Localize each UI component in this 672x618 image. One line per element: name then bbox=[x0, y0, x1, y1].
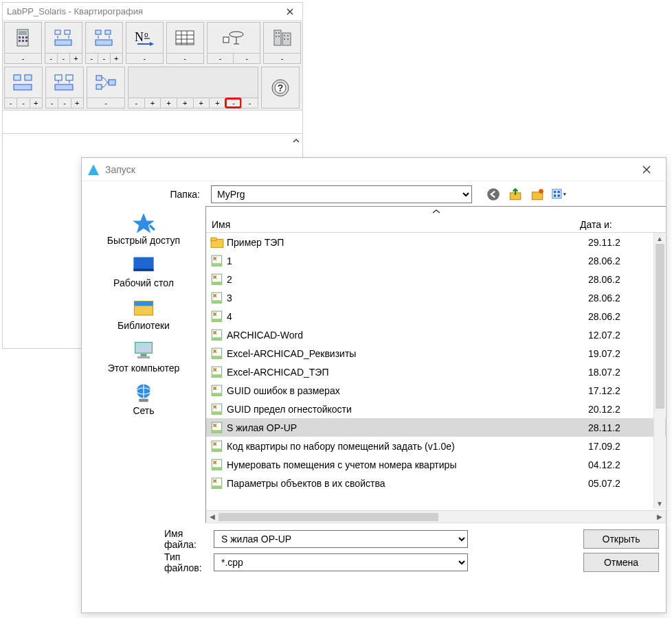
minus-button[interactable]: - bbox=[58, 98, 70, 108]
close-icon[interactable] bbox=[282, 5, 298, 19]
filename-input[interactable]: S жилая OP-UP bbox=[214, 530, 468, 548]
file-row[interactable]: Excel-ARCHICAD_Реквизиты19.07.2 bbox=[206, 344, 666, 363]
minus-button[interactable]: - bbox=[264, 54, 300, 63]
file-icon bbox=[210, 254, 224, 268]
column-date[interactable]: Дата и: bbox=[577, 219, 666, 230]
scroll-thumb[interactable] bbox=[656, 244, 664, 409]
minus-button[interactable]: - bbox=[5, 54, 41, 63]
file-row[interactable]: 228.06.2 bbox=[206, 270, 666, 288]
file-row[interactable]: ARCHICAD-Word12.07.2 bbox=[206, 325, 666, 344]
plus-button[interactable]: + bbox=[209, 98, 225, 108]
vertical-scrollbar[interactable]: ▲ ▼ bbox=[653, 233, 665, 509]
plus-button[interactable]: + bbox=[71, 98, 83, 108]
plus-button[interactable]: + bbox=[110, 54, 122, 63]
minus-button[interactable]: - bbox=[241, 98, 258, 108]
place-computer[interactable]: Этот компьютер bbox=[108, 339, 180, 374]
plus-button[interactable]: + bbox=[177, 98, 193, 108]
place-desktop[interactable]: Рабочий стол bbox=[113, 254, 174, 288]
zones-link-icon[interactable] bbox=[87, 67, 124, 98]
svg-rect-24 bbox=[276, 36, 277, 37]
file-row[interactable]: GUID ошибок в размерах17.12.2 bbox=[206, 381, 666, 400]
minus-button[interactable]: - bbox=[45, 54, 57, 63]
minus-button[interactable]: - bbox=[46, 98, 58, 108]
minus-button[interactable]: - bbox=[5, 98, 16, 108]
file-list[interactable]: Пример ТЭП29.11.2128.06.2228.06.2328.06.… bbox=[206, 233, 666, 510]
file-row[interactable]: Excel-ARCHICAD_ТЭП18.07.2 bbox=[206, 363, 666, 381]
scroll-up-icon[interactable]: ▲ bbox=[654, 233, 665, 244]
dialog-titlebar[interactable]: Запуск bbox=[82, 158, 666, 181]
minus-button[interactable]: - bbox=[233, 54, 260, 63]
building-icon[interactable] bbox=[264, 23, 300, 53]
file-row[interactable]: S жилая OP-UP28.11.2 bbox=[206, 418, 666, 437]
file-open-dialog: Запуск Папка: MyPrg Быстрый доступРабочи… bbox=[81, 157, 667, 613]
labpp-titlebar[interactable]: LabPP_Solaris - Квартирография bbox=[3, 3, 302, 21]
desktop-icon bbox=[131, 254, 156, 276]
help-icon[interactable]: ? bbox=[262, 67, 299, 108]
minus-button[interactable]: - bbox=[16, 98, 29, 108]
place-libraries[interactable]: Библиотеки bbox=[117, 297, 170, 331]
view-menu-icon[interactable] bbox=[552, 187, 567, 202]
svg-rect-28 bbox=[284, 38, 285, 40]
filetype-select[interactable]: *.cpp bbox=[214, 553, 468, 571]
network-icon bbox=[131, 382, 156, 404]
file-row[interactable]: Параметры объектов в их свойства05.07.2 bbox=[206, 474, 666, 492]
svg-rect-10 bbox=[55, 40, 71, 45]
file-row[interactable]: Код квартиры по набору помещений задать … bbox=[206, 437, 666, 455]
back-icon[interactable] bbox=[486, 187, 501, 202]
plus-button[interactable]: + bbox=[144, 98, 161, 108]
place-star[interactable]: Быстрый доступ bbox=[107, 211, 180, 246]
zones-a-icon[interactable] bbox=[5, 67, 42, 98]
minus-button[interactable]: - bbox=[86, 54, 98, 63]
chevron-up-icon[interactable] bbox=[206, 207, 666, 216]
plus-button[interactable]: + bbox=[69, 54, 82, 63]
place-network[interactable]: Сеть bbox=[131, 382, 156, 416]
file-row[interactable]: GUID предел огнестойкости20.12.2 bbox=[206, 400, 666, 418]
svg-rect-88 bbox=[212, 467, 221, 470]
align-grid-icon[interactable] bbox=[45, 23, 82, 53]
file-name: Пример ТЭП bbox=[227, 237, 585, 248]
scroll-up-icon[interactable] bbox=[291, 135, 301, 146]
toolbar-cell: --+ bbox=[45, 22, 82, 64]
svg-marker-52 bbox=[133, 214, 155, 233]
scroll-thumb[interactable] bbox=[219, 513, 438, 521]
close-icon[interactable] bbox=[633, 161, 660, 179]
up-folder-icon[interactable] bbox=[508, 187, 523, 202]
number-icon[interactable]: No bbox=[126, 23, 163, 53]
svg-rect-7 bbox=[25, 40, 27, 42]
file-row[interactable]: Пример ТЭП29.11.2 bbox=[206, 233, 666, 251]
file-row[interactable]: Нумеровать помещения с учетом номера ква… bbox=[206, 455, 666, 474]
minus-button[interactable]: - bbox=[167, 54, 203, 63]
minus-button[interactable]: - bbox=[128, 98, 144, 108]
align-grid2-icon[interactable] bbox=[86, 23, 122, 53]
svg-rect-30 bbox=[14, 75, 21, 80]
minus-button[interactable]: - bbox=[98, 54, 110, 63]
file-row[interactable]: 328.06.2 bbox=[206, 288, 666, 307]
file-name: GUID предел огнестойкости bbox=[227, 404, 585, 415]
zones-b-icon[interactable] bbox=[46, 67, 83, 98]
scroll-left-icon[interactable]: ◄ bbox=[206, 512, 219, 522]
new-folder-icon[interactable] bbox=[530, 187, 545, 202]
calc-icon[interactable] bbox=[5, 23, 41, 53]
svg-rect-4 bbox=[25, 36, 27, 38]
minus-button[interactable]: - bbox=[126, 54, 163, 63]
svg-rect-23 bbox=[278, 32, 280, 34]
scroll-right-icon[interactable]: ► bbox=[653, 512, 666, 522]
plus-button[interactable]: + bbox=[193, 98, 210, 108]
plus-button[interactable]: + bbox=[160, 98, 177, 108]
horizontal-scrollbar[interactable]: ◄ ► bbox=[206, 510, 666, 523]
folder-select[interactable]: MyPrg bbox=[211, 185, 472, 203]
minus-button[interactable]: - bbox=[57, 54, 69, 63]
file-list-header[interactable]: Имя Дата и: bbox=[206, 216, 666, 233]
minus-button[interactable]: - bbox=[208, 54, 234, 63]
file-row[interactable]: 128.06.2 bbox=[206, 251, 666, 270]
open-button[interactable]: Открыть bbox=[583, 529, 659, 549]
table-icon[interactable] bbox=[167, 23, 203, 53]
minus-button[interactable]: - bbox=[87, 98, 124, 108]
scroll-down-icon[interactable]: ▼ bbox=[654, 498, 665, 509]
plus-button[interactable]: + bbox=[30, 98, 42, 108]
column-name[interactable]: Имя bbox=[206, 219, 577, 230]
minus-button[interactable]: - bbox=[225, 98, 242, 108]
file-row[interactable]: 428.06.2 bbox=[206, 307, 666, 325]
cancel-button[interactable]: Отмена bbox=[583, 553, 659, 572]
oval-checkbox-icon[interactable] bbox=[208, 23, 260, 53]
